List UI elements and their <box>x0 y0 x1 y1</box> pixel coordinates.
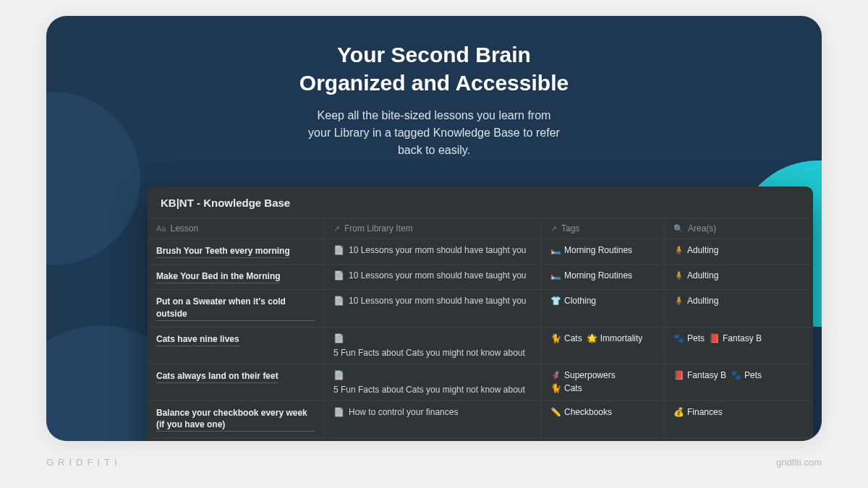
table-row[interactable]: Cats have nine lives📄5 Fun Facts about C… <box>148 328 813 364</box>
area-emoji-icon: 🐾 <box>731 370 741 380</box>
tag-emoji-icon: 🛏️ <box>550 245 561 255</box>
column-header-library[interactable]: ↗ From Library Item <box>325 218 542 239</box>
tag-label: Clothing <box>564 296 596 306</box>
area-emoji-icon: 🧍 <box>673 296 684 306</box>
area-label: Pets <box>744 370 762 380</box>
tag-emoji-icon: 🛏️ <box>550 270 561 281</box>
tag-chip[interactable]: 🛏️Morning Routines <box>550 270 632 281</box>
area-label: Finances <box>687 407 723 417</box>
table-row[interactable]: Balance your checkbook every week (if yo… <box>148 401 813 438</box>
cell-tags[interactable]: 🛏️Morning Routines <box>542 265 665 289</box>
area-chip[interactable]: 🐾Pets <box>673 333 705 343</box>
library-item-title: How to control your finances <box>349 407 458 417</box>
notion-window: KB|NT - Knowledge Base Aa Lesson ↗ From … <box>148 187 813 441</box>
tag-chip[interactable]: 🛏️Morning Routines <box>550 245 632 255</box>
page-icon: 📄 <box>333 270 344 281</box>
area-label: Adulting <box>687 245 718 255</box>
area-emoji-icon: 🧍 <box>673 270 684 281</box>
cell-areas[interactable]: 🧍Adulting <box>665 290 813 326</box>
table-body: Brush Your Teeth every morning📄10 Lesson… <box>148 239 813 441</box>
tag-emoji-icon: 🌟 <box>587 333 597 343</box>
area-label: Adulting <box>687 296 718 306</box>
promo-card: Your Second Brain Organized and Accessib… <box>46 16 822 441</box>
column-label: Area(s) <box>688 223 716 234</box>
area-chip[interactable]: 🧍Adulting <box>673 270 718 281</box>
lesson-title: Put on a Sweater when it's cold outside <box>156 296 315 320</box>
table-header-row: Aa Lesson ↗ From Library Item ↗ Tags 🔍 A… <box>148 218 813 239</box>
page-icon: 📄 <box>333 245 344 255</box>
table-row[interactable]: Keep a budget📄How to control your financ… <box>148 438 813 441</box>
cell-lesson[interactable]: Brush Your Teeth every morning <box>148 239 325 264</box>
cell-library-item[interactable]: 📄5 Fun Facts about Cats you might not kn… <box>325 364 542 401</box>
tag-label: Cats <box>564 383 582 393</box>
text-property-icon: Aa <box>156 224 166 233</box>
area-chip[interactable]: 🐾Pets <box>731 370 762 380</box>
tag-chip[interactable]: ✏️Checkbooks <box>550 407 612 417</box>
cell-tags[interactable]: ✏️Checkbooks <box>542 401 665 437</box>
cell-areas[interactable]: 🧍Adulting <box>665 265 813 289</box>
area-emoji-icon: 📕 <box>709 333 720 343</box>
database-title[interactable]: KB|NT - Knowledge Base <box>148 187 813 218</box>
column-header-lesson[interactable]: Aa Lesson <box>148 218 325 239</box>
area-label: Adulting <box>687 270 718 281</box>
tag-emoji-icon: 👕 <box>550 296 561 306</box>
tag-emoji-icon: 🦸 <box>550 370 561 380</box>
tag-label: Morning Routines <box>564 270 632 281</box>
hero-sub-line1: Keep all the bite-sized lessons you lear… <box>318 109 551 121</box>
area-emoji-icon: 📕 <box>673 370 684 380</box>
area-chip[interactable]: 📕Fantasy B <box>673 370 726 380</box>
cell-library-item[interactable]: 📄10 Lessons your mom should have taught … <box>325 290 542 326</box>
cell-lesson[interactable]: Keep a budget <box>148 438 325 441</box>
cell-lesson[interactable]: Balance your checkbook every week (if yo… <box>148 401 325 437</box>
area-chip[interactable]: 🧍Adulting <box>673 296 718 306</box>
cell-library-item[interactable]: 📄10 Lessons your mom should have taught … <box>325 239 542 264</box>
tag-chip[interactable]: 🦸Superpowers <box>550 370 616 380</box>
column-header-areas[interactable]: 🔍 Area(s) <box>665 218 813 239</box>
library-item-title: 5 Fun Facts about Cats you might not kno… <box>333 348 525 358</box>
area-emoji-icon: 🐾 <box>673 333 684 343</box>
lesson-title: Make Your Bed in the Morning <box>156 270 281 283</box>
lesson-title: Cats always land on their feet <box>156 370 278 383</box>
library-item-title: 10 Lessons your mom should have taught y… <box>349 296 526 306</box>
cell-tags[interactable]: 👕Clothing <box>542 290 665 326</box>
cell-library-item[interactable]: 📄10 Lessons your mom should have taught … <box>325 265 542 289</box>
cell-library-item[interactable]: 📄How to control your finances <box>325 438 542 441</box>
cell-lesson[interactable]: Cats always land on their feet <box>148 364 325 401</box>
cell-lesson[interactable]: Put on a Sweater when it's cold outside <box>148 290 325 326</box>
page-icon: 📄 <box>333 407 344 417</box>
hero-title-line2: Organized and Accessible <box>299 71 569 95</box>
cell-areas[interactable]: 📕Fantasy B🐾Pets <box>665 364 813 401</box>
relation-icon: ↗ <box>333 224 340 234</box>
cell-library-item[interactable]: 📄5 Fun Facts about Cats you might not kn… <box>325 328 542 364</box>
area-chip[interactable]: 💰Finances <box>673 407 723 417</box>
cell-tags[interactable]: 🐈Cats🌟Immortality <box>542 328 665 364</box>
hero-sub-line3: back to easily. <box>398 144 470 156</box>
cell-lesson[interactable]: Make Your Bed in the Morning <box>148 265 325 289</box>
cell-areas[interactable]: 💰Finances <box>665 401 813 437</box>
cell-areas[interactable]: 🐾Pets📕Fantasy B <box>665 328 813 364</box>
tag-emoji-icon: 🐈 <box>550 333 561 343</box>
tag-emoji-icon: 🐈 <box>550 383 561 393</box>
cell-areas[interactable]: 🧍Adulting <box>665 239 813 264</box>
tag-chip[interactable]: 👕Clothing <box>550 296 596 306</box>
tag-chip[interactable]: 🐈Cats <box>550 383 582 393</box>
tag-label: Immortality <box>600 333 643 343</box>
table-row[interactable]: Make Your Bed in the Morning📄10 Lessons … <box>148 265 813 290</box>
cell-tags[interactable]: 📊Budgeting <box>542 438 665 441</box>
table-row[interactable]: Cats always land on their feet📄5 Fun Fac… <box>148 364 813 401</box>
cell-tags[interactable]: 🛏️Morning Routines <box>542 239 665 264</box>
cell-lesson[interactable]: Cats have nine lives <box>148 328 325 364</box>
tag-chip[interactable]: 🌟Immortality <box>587 333 643 343</box>
area-label: Fantasy B <box>723 333 762 343</box>
area-chip[interactable]: 📕Fantasy B <box>709 333 762 343</box>
cell-areas[interactable]: 💰Finances <box>665 438 813 441</box>
column-header-tags[interactable]: ↗ Tags <box>542 218 665 239</box>
table-row[interactable]: Put on a Sweater when it's cold outside📄… <box>148 290 813 327</box>
lesson-title: Brush Your Teeth every morning <box>156 245 290 258</box>
area-chip[interactable]: 🧍Adulting <box>673 245 718 255</box>
cell-tags[interactable]: 🦸Superpowers🐈Cats <box>542 364 665 401</box>
cell-library-item[interactable]: 📄How to control your finances <box>325 401 542 437</box>
relation-icon: ↗ <box>550 224 557 234</box>
tag-chip[interactable]: 🐈Cats <box>550 333 582 343</box>
table-row[interactable]: Brush Your Teeth every morning📄10 Lesson… <box>148 239 813 265</box>
